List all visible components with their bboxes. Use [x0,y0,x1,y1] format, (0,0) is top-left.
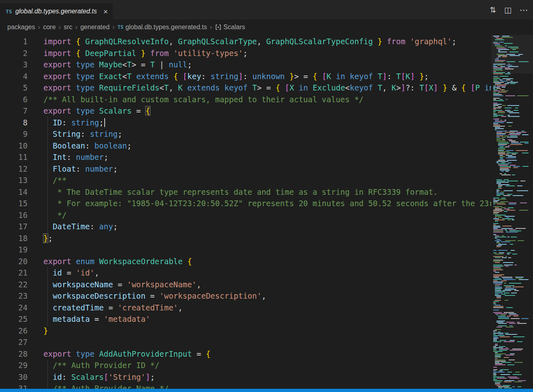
code-line[interactable]: 23 workspaceDescription = 'workspaceDesc… [0,290,491,302]
close-tab-icon[interactable]: × [103,8,108,15]
open-changes-icon[interactable]: ⇅ [490,6,496,14]
code-line[interactable]: 22 workspaceName = 'workspaceName', [0,279,491,291]
code-line[interactable]: 16 */ [0,209,491,221]
code-line[interactable]: 26} [0,325,491,337]
split-editor-icon[interactable]: ◫ [504,6,512,14]
line-number[interactable]: 21 [0,267,28,279]
line-number[interactable]: 25 [0,313,28,325]
code-line[interactable]: 1import { GraphQLResolveInfo, GraphQLSca… [0,36,491,47]
code-line[interactable]: 12 Float: number; [0,163,491,175]
typescript-file-icon: TS [6,9,12,15]
code-text: export type RequireFields<T, K extends k… [28,82,491,94]
minimap-line [491,377,530,377]
breadcrumb-item-scalars[interactable]: Scalars [215,24,245,31]
line-number[interactable]: 7 [0,105,28,117]
code-line[interactable]: 30 id: Scalars['String']; [0,371,491,383]
minimap-line [491,347,530,348]
minimap-line [491,47,530,47]
minimap-line [491,38,530,39]
line-number[interactable]: 13 [0,174,28,186]
minimap-line [491,290,530,291]
code-line[interactable]: 7export type Scalars = { [0,105,491,117]
code-line[interactable]: 13 /** [0,174,491,186]
more-actions-icon[interactable]: ⋯ [520,6,528,14]
code-line[interactable]: 19 [0,244,491,256]
code-line[interactable]: 8 ID: string; [0,117,491,129]
breadcrumb-item-generated[interactable]: generated [80,24,110,31]
minimap-line [491,217,530,218]
code-line[interactable]: 21 id = 'id', [0,267,491,279]
line-number[interactable]: 18 [0,233,28,244]
breadcrumb-item-packages[interactable]: packages [7,24,35,31]
line-number[interactable]: 24 [0,302,28,314]
code-line[interactable]: 28export type AddAuthProviderInput = { [0,348,491,360]
line-number[interactable]: 15 [0,198,28,209]
minimap-line [491,291,530,292]
line-number[interactable]: 2 [0,47,28,59]
line-number[interactable]: 5 [0,82,28,94]
code-line[interactable]: 4export type Exact<T extends { [key: str… [0,71,491,82]
code-line[interactable]: 3export type Maybe<T> = T | null; [0,59,491,71]
minimap-line [491,121,530,122]
line-number[interactable]: 6 [0,94,28,106]
breadcrumb-item-core[interactable]: core [43,24,56,31]
line-number[interactable]: 17 [0,221,28,233]
line-number[interactable]: 11 [0,151,28,163]
minimap-line [491,314,530,315]
minimap-line [491,36,530,37]
status-bar[interactable] [0,389,533,392]
code-line[interactable]: 15 * For example: "1985-04-12T23:20:50.5… [0,198,491,209]
minimap-line [491,316,530,317]
code-line[interactable]: 24 createdTime = 'createdTime', [0,302,491,314]
line-number[interactable]: 27 [0,336,28,348]
code-line[interactable]: 11 Int: number; [0,151,491,163]
minimap-line [491,286,530,287]
minimap-line [491,156,530,157]
line-number[interactable]: 31 [0,383,28,389]
code-line[interactable]: 6/** All built-in and custom scalars, ma… [0,94,491,106]
breadcrumb-item-src[interactable]: src [64,24,72,31]
minimap-line [491,207,530,208]
line-number[interactable]: 4 [0,71,28,82]
breadcrumb-item-file[interactable]: TS global.db.types.generated.ts [118,24,207,31]
line-number[interactable]: 14 [0,186,28,198]
line-number[interactable]: 23 [0,290,28,302]
minimap-line [491,171,530,172]
tab-global-db-types-generated[interactable]: TS global.db.types.generated.ts × [0,3,113,19]
line-number[interactable]: 28 [0,348,28,360]
minimap-line [491,266,530,267]
minimap-line [491,325,530,326]
line-number[interactable]: 9 [0,128,28,140]
line-number[interactable]: 3 [0,59,28,71]
minimap-line [491,161,530,162]
code-line[interactable]: 9 String: string; [0,128,491,140]
line-number[interactable]: 8 [0,117,28,129]
line-number[interactable]: 16 [0,209,28,221]
code-line[interactable]: 18}; [0,233,491,244]
minimap-line [491,240,530,241]
minimap-line [491,126,530,127]
code-line[interactable]: 5export type RequireFields<T, K extends … [0,82,491,94]
line-number[interactable]: 10 [0,140,28,152]
line-number[interactable]: 26 [0,325,28,337]
line-number[interactable]: 19 [0,244,28,256]
minimap[interactable] [491,35,533,389]
code-line[interactable]: 25 metadata = 'metadata' [0,313,491,325]
line-number[interactable]: 30 [0,371,28,383]
code-line[interactable]: 10 Boolean: boolean; [0,140,491,152]
line-number[interactable]: 20 [0,256,28,267]
line-number[interactable]: 22 [0,279,28,291]
code-line[interactable]: 2import { DeepPartial } from 'utility-ty… [0,47,491,59]
code-line[interactable]: 20export enum WorkspaceOrderable { [0,256,491,267]
line-number[interactable]: 29 [0,360,28,371]
code-line[interactable]: 27 [0,336,491,348]
line-number[interactable]: 1 [0,36,28,47]
code-line[interactable]: 14 * The DateTime scalar type represents… [0,186,491,198]
minimap-line [491,82,530,83]
code-line[interactable]: 29 /** Auth Provider ID */ [0,360,491,371]
code-line[interactable]: 17 DateTime: any; [0,221,491,233]
line-number[interactable]: 12 [0,163,28,175]
code-line[interactable]: 31 /** Auth Provider Name */ [0,383,491,389]
code-editor[interactable]: 1import { GraphQLResolveInfo, GraphQLSca… [0,35,491,389]
minimap-line [491,52,530,52]
